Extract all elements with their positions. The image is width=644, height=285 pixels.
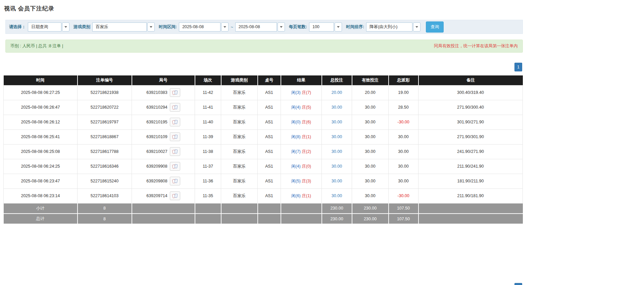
cell-time: 2025-08-08 06:26:12 <box>4 115 78 129</box>
column-header: 结果 <box>281 75 322 85</box>
cell-time: 2025-08-08 06:23:47 <box>4 174 78 188</box>
cell-valid-bet: 30.00 <box>352 115 389 129</box>
chevron-down-icon[interactable] <box>413 22 420 32</box>
view-cards-button[interactable] <box>170 118 180 126</box>
total-bet-link[interactable]: 30.00 <box>332 179 342 183</box>
cell-session: 11-35 <box>195 188 221 203</box>
view-cards-button[interactable] <box>170 177 180 185</box>
cell-result: 闲(7) 庄(2) <box>281 144 322 159</box>
summary-cell <box>221 214 258 224</box>
view-cards-button[interactable] <box>170 147 180 156</box>
bet-records-table: 时间注单编号局号场次游戏类别桌号结果总投注有效投注总派彩备注 2025-08-0… <box>3 75 523 224</box>
summary-cell: 230.00 <box>352 214 389 224</box>
view-cards-button[interactable] <box>170 103 180 112</box>
query-type-value[interactable]: 日期查询 <box>28 22 61 32</box>
sort-value[interactable]: 降幂(由大到小) <box>366 22 412 32</box>
cell-note: 211.90/241.90 <box>418 159 523 174</box>
query-type-select[interactable]: 日期查询 <box>28 22 69 32</box>
total-bet-link[interactable]: 30.00 <box>332 149 342 154</box>
total-bet-link[interactable]: 20.00 <box>332 90 342 95</box>
view-cards-button[interactable] <box>170 132 180 141</box>
column-header: 桌号 <box>258 75 281 85</box>
date-from-value[interactable]: 2025-08-08 <box>179 22 220 32</box>
cell-game-type: 百家乐 <box>221 100 258 115</box>
view-cards-button[interactable] <box>170 88 180 97</box>
page-size-label: 每页笔数: <box>289 24 307 30</box>
page-size-select[interactable]: 100 <box>309 22 342 32</box>
table-row: 2025-08-08 06:26:12522718619797639210195… <box>4 115 523 129</box>
cards-icon-glyph <box>172 193 178 198</box>
cards-icon-glyph <box>172 120 178 125</box>
cell-bet-id: 522718620722 <box>78 100 132 115</box>
game-type-select[interactable]: 百家乐 <box>92 22 155 32</box>
total-bet-link[interactable]: 30.00 <box>332 193 342 198</box>
cell-time: 2025-08-08 06:25:08 <box>4 144 78 159</box>
date-to-select[interactable]: 2025-08-08 <box>235 22 285 32</box>
game-type-value[interactable]: 百家乐 <box>92 22 147 32</box>
summary-cell <box>132 203 195 214</box>
cell-note: 271.90/301.90 <box>418 129 523 144</box>
cell-total-bet: 20.00 <box>322 85 352 100</box>
cell-payout: 30.00 <box>389 159 418 174</box>
chevron-down-icon[interactable] <box>221 22 229 32</box>
chevron-down-icon[interactable] <box>62 22 69 32</box>
cell-valid-bet: 30.00 <box>352 100 389 115</box>
view-cards-button[interactable] <box>170 191 180 200</box>
page-size-group: 每页笔数: 100 <box>289 22 342 32</box>
result-banker: 庄(7) <box>302 90 311 95</box>
cell-valid-bet: 20.00 <box>352 85 389 100</box>
table-header-row: 时间注单编号局号场次游戏类别桌号结果总投注有效投注总派彩备注 <box>4 75 523 85</box>
total-bet-link[interactable]: 30.00 <box>332 134 342 139</box>
date-to-value[interactable]: 2025-08-08 <box>235 22 277 32</box>
summary-cell: 230.00 <box>322 203 352 214</box>
summary-cell: 107.50 <box>389 214 418 224</box>
result-banker: 庄(3) <box>302 179 311 183</box>
cell-round-id: 639209908 <box>132 159 195 174</box>
filter-bar: 请选择： 日期查询 游戏类别 百家乐 时间区间: 2025-08-08 ~ 20… <box>5 20 523 34</box>
cell-total-bet: 30.00 <box>322 129 352 144</box>
cell-payout: 30.00 <box>389 144 418 159</box>
table-row: 2025-08-08 06:26:47522718620722639210294… <box>4 100 523 115</box>
summary-cell <box>418 203 523 214</box>
cell-payout: 28.50 <box>389 100 418 115</box>
cards-icon-glyph <box>172 149 178 154</box>
total-bet-link[interactable]: 30.00 <box>332 105 342 110</box>
cell-result: 闲(6) 庄(1) <box>281 188 322 203</box>
summary-cell <box>221 203 258 214</box>
column-header: 游戏类别 <box>221 75 258 85</box>
cell-bet-id: 522718621938 <box>78 85 132 100</box>
summary-cell: 8 <box>78 214 132 224</box>
summary-cell: 107.50 <box>389 203 418 214</box>
page-size-value[interactable]: 100 <box>309 22 334 32</box>
total-bet-link[interactable]: 30.00 <box>332 120 342 124</box>
table-body: 2025-08-08 06:27:25522718621938639210383… <box>4 85 523 224</box>
round-id: 639210294 <box>146 105 167 110</box>
cell-round-id: 639210383 <box>132 85 195 100</box>
chevron-down-icon[interactable] <box>278 22 285 32</box>
result-player: 闲(6) <box>291 193 301 198</box>
view-cards-button[interactable] <box>170 162 180 171</box>
result-player: 闲(4) <box>291 105 301 110</box>
summary-cell <box>258 214 281 224</box>
cards-icon-glyph <box>172 90 178 95</box>
pagination-top: 1 <box>3 63 522 71</box>
total-bet-link[interactable]: 30.00 <box>332 164 342 169</box>
subtotal-row: 小计8230.00230.00107.50 <box>4 203 523 214</box>
cards-icon-glyph <box>172 179 178 184</box>
page-number-button[interactable]: 1 <box>514 63 522 71</box>
date-from-select[interactable]: 2025-08-08 <box>179 22 229 32</box>
cell-time: 2025-08-08 06:23:14 <box>4 188 78 203</box>
search-button[interactable]: 查询 <box>426 21 444 33</box>
cell-note: 301.90/271.90 <box>418 115 523 129</box>
chevron-down-icon[interactable] <box>147 22 155 32</box>
table-row: 2025-08-08 06:24:25522718616346639209908… <box>4 159 523 174</box>
cards-icon-glyph <box>172 105 178 110</box>
sort-select[interactable]: 降幂(由大到小) <box>366 22 420 32</box>
summary-cell: 230.00 <box>322 214 352 224</box>
cell-round-id: 639210109 <box>132 129 195 144</box>
cell-payout: 19.00 <box>389 85 418 100</box>
game-type-group: 游戏类别 百家乐 <box>73 22 155 32</box>
currency-summary-text: 币别 : 人民币 | 总共 :8 注单 | <box>10 43 63 49</box>
page-number-button[interactable]: 1 <box>514 283 522 285</box>
chevron-down-icon[interactable] <box>335 22 342 32</box>
